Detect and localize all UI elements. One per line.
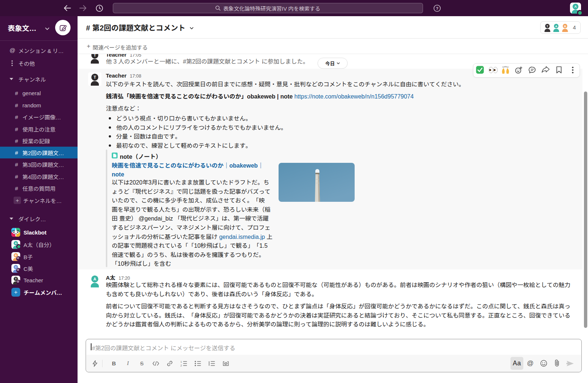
svg-text:A: A — [574, 5, 577, 8]
svg-text:?: ? — [436, 6, 438, 10]
svg-text:1: 1 — [180, 361, 182, 363]
svg-text:T: T — [546, 25, 548, 28]
svg-text:A: A — [555, 25, 557, 28]
svg-text:A: A — [93, 277, 96, 281]
svg-text:B: B — [564, 25, 566, 28]
svg-text:T: T — [94, 75, 96, 79]
svg-text:T: T — [94, 54, 96, 57]
svg-text:2: 2 — [180, 364, 182, 366]
